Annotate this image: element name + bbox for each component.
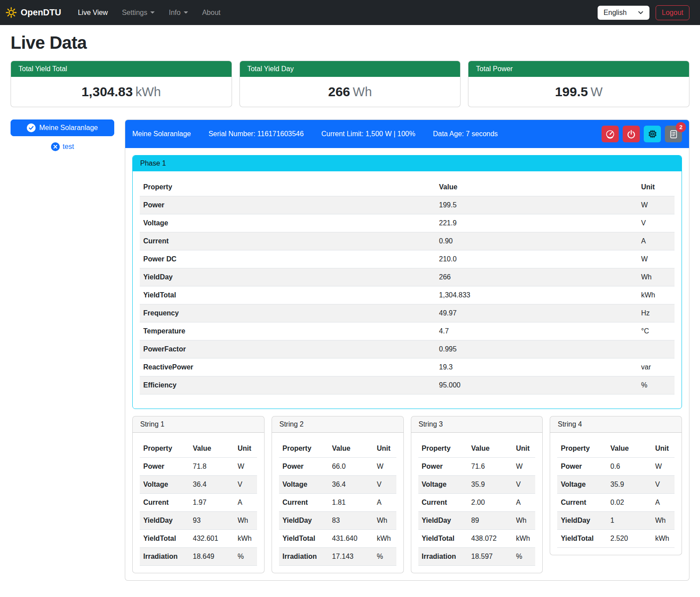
inverter-select-button-meine-solaranlage[interactable]: Meine Solaranlage	[11, 119, 114, 136]
logout-button[interactable]: Logout	[656, 5, 689, 20]
unit-cell: V	[371, 476, 396, 494]
table-row: Current2.00A	[418, 494, 536, 512]
unit-cell: V	[510, 476, 535, 494]
property-cell: Current	[418, 494, 468, 512]
total-power-value: 199.5	[555, 84, 588, 99]
value-cell: 18.649	[189, 548, 232, 566]
nav-item-settings[interactable]: Settings	[116, 5, 161, 20]
brand-label: OpenDTU	[21, 7, 61, 18]
string-2-table: Property Value Unit Power66.0WVoltage36.…	[279, 440, 396, 566]
check-circle-icon	[27, 123, 36, 132]
string-title: String 1	[133, 416, 264, 433]
table-row: Efficiency95.000%	[140, 376, 675, 394]
property-cell: Efficiency	[140, 376, 435, 394]
column-header-property: Property	[418, 440, 468, 458]
property-cell: Voltage	[140, 214, 435, 232]
inverter-select-button-test[interactable]: test	[11, 142, 114, 151]
unit-cell: Wh	[371, 512, 396, 530]
table-row: Power199.5W	[140, 196, 675, 214]
property-cell: Current	[140, 494, 189, 512]
property-cell: YieldTotal	[557, 530, 607, 548]
table-row: YieldTotal1,304.833kWh	[140, 286, 675, 304]
unit-cell: A	[510, 494, 535, 512]
event-log-button[interactable]: 2	[665, 126, 682, 142]
nav-items: Live View Settings Info About	[72, 5, 597, 20]
value-cell: 71.6	[468, 458, 510, 476]
table-row: Power71.8W	[140, 458, 257, 476]
value-cell: 199.5	[435, 196, 634, 214]
brand[interactable]: OpenDTU	[5, 7, 61, 18]
string-4-table: Property Value Unit Power0.6WVoltage35.9…	[557, 440, 675, 548]
value-cell: 71.8	[189, 458, 232, 476]
property-cell: Voltage	[557, 476, 607, 494]
property-cell: Temperature	[140, 322, 435, 340]
nav-item-info[interactable]: Info	[163, 5, 194, 20]
column-header-value: Value	[435, 178, 634, 196]
dropdown-caret-icon	[184, 11, 188, 14]
string-title: String 3	[411, 416, 543, 433]
unit-cell: V	[634, 214, 675, 232]
column-header-property: Property	[140, 178, 435, 196]
table-row: Power DC210.0W	[140, 250, 675, 268]
value-cell: 49.97	[435, 304, 634, 322]
property-cell: YieldTotal	[279, 530, 329, 548]
limit-settings-button[interactable]	[602, 126, 619, 142]
card-title: Total Power	[468, 61, 689, 77]
unit-cell: W	[510, 458, 535, 476]
value-cell: 89	[468, 512, 510, 530]
table-row: YieldTotal432.601kWh	[140, 530, 257, 548]
inverter-data-age: Data Age: 7 seconds	[433, 130, 498, 138]
cpu-icon	[648, 129, 657, 139]
property-cell: Power DC	[140, 250, 435, 268]
value-cell: 1	[607, 512, 649, 530]
column-header-property: Property	[140, 440, 189, 458]
table-row: YieldTotal2.520kWh	[557, 530, 675, 548]
table-row: ReactivePower19.3var	[140, 358, 675, 376]
nav-item-live-view[interactable]: Live View	[72, 5, 114, 20]
dropdown-caret-icon	[150, 11, 155, 14]
unit-cell: %	[232, 548, 257, 566]
speedometer-icon	[606, 130, 615, 139]
total-yield-day-value: 266	[328, 84, 350, 99]
device-info-button[interactable]	[644, 126, 661, 142]
language-select[interactable]: English	[598, 6, 649, 20]
value-cell: 93	[189, 512, 232, 530]
property-cell: Voltage	[140, 476, 189, 494]
column-header-value: Value	[329, 440, 371, 458]
property-cell: Irradiation	[140, 548, 189, 566]
total-power-card: Total Power 199.5W	[468, 61, 689, 107]
event-count-badge: 2	[676, 122, 686, 132]
power-control-button[interactable]	[623, 126, 640, 142]
property-cell: YieldDay	[140, 512, 189, 530]
unit-cell: kWh	[371, 530, 396, 548]
column-header-unit: Unit	[510, 440, 535, 458]
property-cell: Voltage	[418, 476, 468, 494]
value-cell: 0.995	[435, 340, 634, 358]
table-row: YieldDay83Wh	[279, 512, 396, 530]
phase-title: Phase 1	[133, 156, 682, 171]
unit-cell: kWh	[232, 530, 257, 548]
unit-cell: Wh	[649, 512, 675, 530]
inverter-select-label: Meine Solaranlage	[39, 124, 98, 132]
unit-cell: kWh	[634, 286, 675, 304]
unit-cell: var	[634, 358, 675, 376]
string-1-card: String 1 Property Value Unit	[132, 416, 265, 573]
table-row: YieldDay266Wh	[140, 268, 675, 286]
property-cell: YieldDay	[140, 268, 435, 286]
property-cell: Power	[279, 458, 329, 476]
unit-cell: Wh	[634, 268, 675, 286]
value-cell: 1.81	[329, 494, 371, 512]
inverter-current-limit: Current Limit: 1,500 W | 100%	[321, 130, 415, 138]
value-cell: 18.597	[468, 548, 510, 566]
value-cell: 19.3	[435, 358, 634, 376]
unit-cell: Hz	[634, 304, 675, 322]
property-cell: YieldTotal	[140, 530, 189, 548]
unit-cell: °C	[634, 322, 675, 340]
unit-cell: %	[634, 376, 675, 394]
nav-item-about[interactable]: About	[196, 5, 227, 20]
unit-cell: V	[649, 476, 675, 494]
language-selected-label: English	[604, 9, 627, 17]
table-row: Voltage36.4V	[279, 476, 396, 494]
property-cell: Power	[557, 458, 607, 476]
column-header-unit: Unit	[634, 178, 675, 196]
